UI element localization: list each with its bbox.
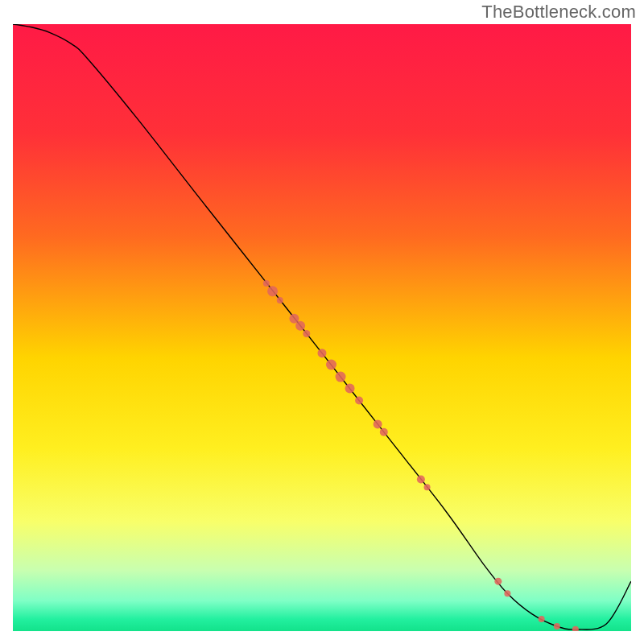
data-spot [277, 297, 283, 303]
data-spot [295, 321, 305, 331]
data-spot [326, 359, 336, 369]
data-spot [263, 280, 270, 287]
data-spot [267, 286, 278, 296]
chart-background [13, 24, 631, 631]
data-spot [318, 349, 327, 357]
data-spot [539, 616, 545, 622]
data-spot [336, 372, 346, 382]
data-spot [303, 330, 310, 337]
watermark-text: TheBottleneck.com [481, 2, 636, 23]
data-spot [554, 623, 560, 630]
data-spot [494, 578, 502, 585]
chart-svg [13, 24, 631, 631]
data-spot [380, 428, 388, 436]
data-spot [424, 484, 431, 490]
data-spot [417, 476, 425, 484]
data-spot [345, 383, 355, 393]
chart-container: TheBottleneck.com [0, 0, 644, 644]
data-spot [504, 590, 510, 597]
data-spot [374, 419, 382, 428]
chart-plot [13, 24, 631, 631]
data-spot [355, 396, 363, 404]
